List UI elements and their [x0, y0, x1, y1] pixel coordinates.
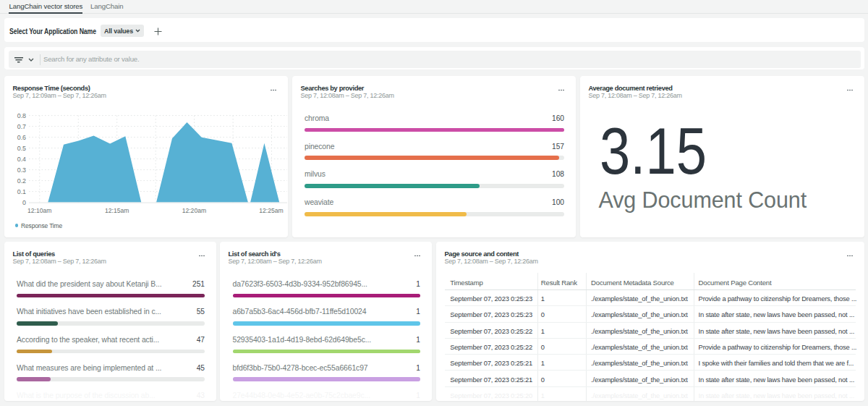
svg-text:0.2: 0.2	[17, 177, 26, 185]
svg-text:0.6: 0.6	[17, 134, 26, 141]
svg-text:0.8: 0.8	[17, 112, 26, 119]
svg-text:0.7: 0.7	[17, 123, 26, 130]
svg-text:12:15am: 12:15am	[105, 207, 129, 214]
svg-text:0.5: 0.5	[17, 145, 26, 152]
svg-text:0.1: 0.1	[17, 188, 26, 195]
svg-text:0: 0	[22, 199, 26, 206]
svg-text:12:20am: 12:20am	[182, 207, 206, 214]
svg-text:12:10am: 12:10am	[27, 207, 51, 214]
svg-text:12:25am: 12:25am	[259, 207, 283, 214]
svg-text:0.3: 0.3	[17, 166, 26, 174]
svg-text:0.4: 0.4	[17, 156, 26, 163]
